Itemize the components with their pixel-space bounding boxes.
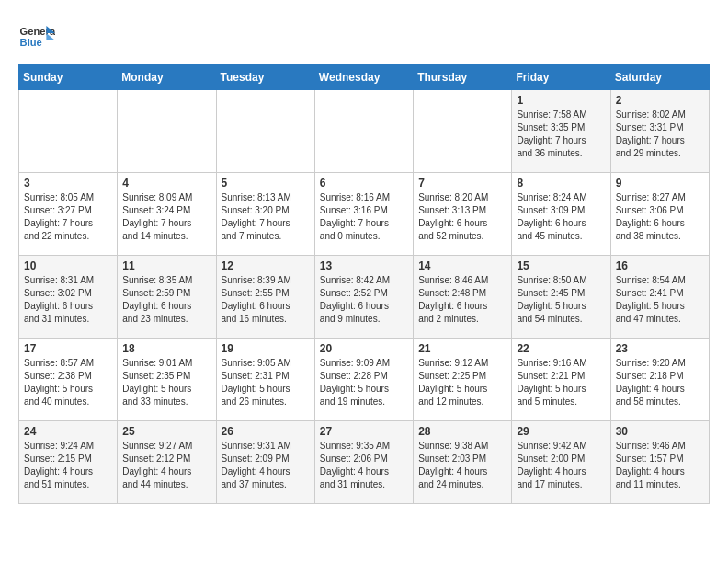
day-info: Sunrise: 9:42 AM Sunset: 2:00 PM Dayligh…: [517, 440, 605, 491]
day-info: Sunrise: 9:01 AM Sunset: 2:35 PM Dayligh…: [122, 357, 210, 408]
calendar-cell: 15Sunrise: 8:50 AM Sunset: 2:45 PM Dayli…: [512, 256, 610, 339]
day-info: Sunrise: 8:39 AM Sunset: 2:55 PM Dayligh…: [222, 274, 310, 326]
day-number: 17: [24, 342, 112, 355]
day-info: Sunrise: 8:20 AM Sunset: 3:13 PM Dayligh…: [418, 191, 506, 243]
day-number: 23: [616, 342, 704, 355]
day-number: 20: [320, 342, 408, 355]
day-info: Sunrise: 8:16 AM Sunset: 3:16 PM Dayligh…: [320, 191, 408, 243]
calendar-week-2: 3Sunrise: 8:05 AM Sunset: 3:27 PM Daylig…: [19, 173, 710, 256]
day-info: Sunrise: 8:46 AM Sunset: 2:48 PM Dayligh…: [418, 274, 506, 326]
calendar-cell: [118, 90, 216, 173]
day-number: 5: [222, 177, 310, 190]
calendar-cell: 25Sunrise: 9:27 AM Sunset: 2:12 PM Dayli…: [118, 421, 216, 504]
col-header-wednesday: Wednesday: [314, 65, 413, 90]
day-number: 27: [320, 425, 408, 438]
day-info: Sunrise: 8:02 AM Sunset: 3:31 PM Dayligh…: [616, 109, 704, 160]
calendar-cell: 22Sunrise: 9:16 AM Sunset: 2:21 PM Dayli…: [512, 339, 610, 421]
day-info: Sunrise: 8:27 AM Sunset: 3:06 PM Dayligh…: [616, 191, 704, 243]
calendar-header-row: SundayMondayTuesdayWednesdayThursdayFrid…: [19, 65, 710, 90]
calendar-week-4: 17Sunrise: 8:57 AM Sunset: 2:38 PM Dayli…: [19, 339, 710, 421]
day-number: 12: [222, 259, 310, 272]
calendar-cell: 21Sunrise: 9:12 AM Sunset: 2:25 PM Dayli…: [414, 339, 512, 421]
day-info: Sunrise: 8:31 AM Sunset: 3:02 PM Dayligh…: [24, 274, 112, 326]
calendar-cell: 17Sunrise: 8:57 AM Sunset: 2:38 PM Dayli…: [19, 339, 118, 421]
day-info: Sunrise: 8:54 AM Sunset: 2:41 PM Dayligh…: [616, 274, 704, 326]
calendar-cell: 19Sunrise: 9:05 AM Sunset: 2:31 PM Dayli…: [216, 339, 314, 421]
calendar-cell: [314, 90, 413, 173]
calendar-cell: 24Sunrise: 9:24 AM Sunset: 2:15 PM Dayli…: [19, 421, 118, 504]
day-number: 10: [24, 259, 112, 272]
day-number: 19: [222, 342, 310, 355]
calendar-cell: 7Sunrise: 8:20 AM Sunset: 3:13 PM Daylig…: [414, 173, 512, 256]
day-number: 30: [616, 425, 704, 438]
calendar-cell: 16Sunrise: 8:54 AM Sunset: 2:41 PM Dayli…: [610, 256, 709, 339]
day-number: 22: [517, 342, 605, 355]
day-info: Sunrise: 8:50 AM Sunset: 2:45 PM Dayligh…: [517, 274, 605, 326]
calendar-cell: 11Sunrise: 8:35 AM Sunset: 2:59 PM Dayli…: [118, 256, 216, 339]
calendar-cell: 9Sunrise: 8:27 AM Sunset: 3:06 PM Daylig…: [610, 173, 709, 256]
calendar-cell: 4Sunrise: 8:09 AM Sunset: 3:24 PM Daylig…: [118, 173, 216, 256]
calendar-cell: 23Sunrise: 9:20 AM Sunset: 2:18 PM Dayli…: [610, 339, 709, 421]
col-header-friday: Friday: [512, 65, 610, 90]
day-info: Sunrise: 9:35 AM Sunset: 2:06 PM Dayligh…: [320, 440, 408, 491]
day-info: Sunrise: 7:58 AM Sunset: 3:35 PM Dayligh…: [517, 109, 605, 160]
day-info: Sunrise: 9:12 AM Sunset: 2:25 PM Dayligh…: [418, 357, 506, 408]
calendar-cell: [216, 90, 314, 173]
day-number: 21: [418, 342, 506, 355]
day-info: Sunrise: 9:05 AM Sunset: 2:31 PM Dayligh…: [222, 357, 310, 408]
day-info: Sunrise: 9:27 AM Sunset: 2:12 PM Dayligh…: [122, 440, 210, 491]
day-info: Sunrise: 9:38 AM Sunset: 2:03 PM Dayligh…: [418, 440, 506, 491]
day-info: Sunrise: 8:05 AM Sunset: 3:27 PM Dayligh…: [24, 191, 112, 243]
svg-text:Blue: Blue: [20, 37, 42, 48]
day-number: 6: [320, 177, 408, 190]
col-header-thursday: Thursday: [414, 65, 512, 90]
col-header-sunday: Sunday: [19, 65, 118, 90]
day-number: 16: [616, 259, 704, 272]
day-number: 26: [222, 425, 310, 438]
calendar-cell: 18Sunrise: 9:01 AM Sunset: 2:35 PM Dayli…: [118, 339, 216, 421]
day-number: 9: [616, 177, 704, 190]
day-info: Sunrise: 9:46 AM Sunset: 1:57 PM Dayligh…: [616, 440, 704, 491]
calendar-cell: 10Sunrise: 8:31 AM Sunset: 3:02 PM Dayli…: [19, 256, 118, 339]
calendar-cell: [414, 90, 512, 173]
calendar-cell: 2Sunrise: 8:02 AM Sunset: 3:31 PM Daylig…: [610, 90, 709, 173]
day-number: 15: [517, 259, 605, 272]
calendar-cell: 28Sunrise: 9:38 AM Sunset: 2:03 PM Dayli…: [414, 421, 512, 504]
day-number: 4: [122, 177, 210, 190]
day-info: Sunrise: 9:20 AM Sunset: 2:18 PM Dayligh…: [616, 357, 704, 408]
day-info: Sunrise: 9:31 AM Sunset: 2:09 PM Dayligh…: [222, 440, 310, 491]
day-info: Sunrise: 8:09 AM Sunset: 3:24 PM Dayligh…: [122, 191, 210, 243]
calendar-cell: 20Sunrise: 9:09 AM Sunset: 2:28 PM Dayli…: [314, 339, 413, 421]
calendar-cell: 27Sunrise: 9:35 AM Sunset: 2:06 PM Dayli…: [314, 421, 413, 504]
day-info: Sunrise: 8:57 AM Sunset: 2:38 PM Dayligh…: [24, 357, 112, 408]
calendar-cell: 12Sunrise: 8:39 AM Sunset: 2:55 PM Dayli…: [216, 256, 314, 339]
calendar-cell: 5Sunrise: 8:13 AM Sunset: 3:20 PM Daylig…: [216, 173, 314, 256]
logo: General Blue: [18, 18, 55, 55]
calendar-cell: 29Sunrise: 9:42 AM Sunset: 2:00 PM Dayli…: [512, 421, 610, 504]
calendar-week-5: 24Sunrise: 9:24 AM Sunset: 2:15 PM Dayli…: [19, 421, 710, 504]
day-number: 11: [122, 259, 210, 272]
day-number: 3: [24, 177, 112, 190]
day-info: Sunrise: 8:35 AM Sunset: 2:59 PM Dayligh…: [122, 274, 210, 326]
calendar-week-3: 10Sunrise: 8:31 AM Sunset: 3:02 PM Dayli…: [19, 256, 710, 339]
col-header-monday: Monday: [118, 65, 216, 90]
day-info: Sunrise: 9:09 AM Sunset: 2:28 PM Dayligh…: [320, 357, 408, 408]
calendar-cell: 1Sunrise: 7:58 AM Sunset: 3:35 PM Daylig…: [512, 90, 610, 173]
calendar-cell: 6Sunrise: 8:16 AM Sunset: 3:16 PM Daylig…: [314, 173, 413, 256]
day-info: Sunrise: 8:42 AM Sunset: 2:52 PM Dayligh…: [320, 274, 408, 326]
calendar-table: SundayMondayTuesdayWednesdayThursdayFrid…: [18, 64, 710, 504]
calendar-cell: 3Sunrise: 8:05 AM Sunset: 3:27 PM Daylig…: [19, 173, 118, 256]
day-info: Sunrise: 9:24 AM Sunset: 2:15 PM Dayligh…: [24, 440, 112, 491]
col-header-saturday: Saturday: [610, 65, 709, 90]
day-number: 25: [122, 425, 210, 438]
day-number: 29: [517, 425, 605, 438]
day-number: 8: [517, 177, 605, 190]
day-info: Sunrise: 8:24 AM Sunset: 3:09 PM Dayligh…: [517, 191, 605, 243]
day-number: 14: [418, 259, 506, 272]
logo-icon: General Blue: [18, 18, 55, 55]
day-number: 28: [418, 425, 506, 438]
day-number: 7: [418, 177, 506, 190]
day-number: 13: [320, 259, 408, 272]
calendar-cell: 13Sunrise: 8:42 AM Sunset: 2:52 PM Dayli…: [314, 256, 413, 339]
day-number: 2: [616, 94, 704, 107]
